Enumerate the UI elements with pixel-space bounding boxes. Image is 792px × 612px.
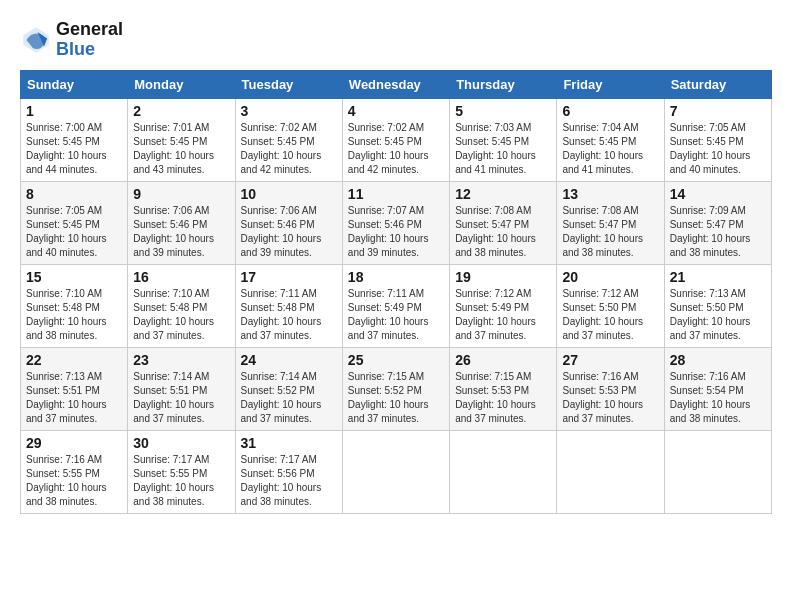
day-number: 25	[348, 352, 444, 368]
day-info: Sunrise: 7:10 AM Sunset: 5:48 PM Dayligh…	[26, 287, 122, 343]
day-info: Sunrise: 7:17 AM Sunset: 5:56 PM Dayligh…	[241, 453, 337, 509]
calendar-header-wednesday: Wednesday	[342, 70, 449, 98]
logo-icon	[20, 24, 52, 56]
calendar-week-1: 1Sunrise: 7:00 AM Sunset: 5:45 PM Daylig…	[21, 98, 772, 181]
calendar-table: SundayMondayTuesdayWednesdayThursdayFrid…	[20, 70, 772, 514]
calendar-header-thursday: Thursday	[450, 70, 557, 98]
calendar-cell	[342, 430, 449, 513]
day-number: 6	[562, 103, 658, 119]
day-info: Sunrise: 7:16 AM Sunset: 5:54 PM Dayligh…	[670, 370, 766, 426]
calendar-cell: 14Sunrise: 7:09 AM Sunset: 5:47 PM Dayli…	[664, 181, 771, 264]
day-info: Sunrise: 7:17 AM Sunset: 5:55 PM Dayligh…	[133, 453, 229, 509]
day-info: Sunrise: 7:12 AM Sunset: 5:49 PM Dayligh…	[455, 287, 551, 343]
calendar-cell: 26Sunrise: 7:15 AM Sunset: 5:53 PM Dayli…	[450, 347, 557, 430]
calendar-cell: 8Sunrise: 7:05 AM Sunset: 5:45 PM Daylig…	[21, 181, 128, 264]
calendar-cell: 21Sunrise: 7:13 AM Sunset: 5:50 PM Dayli…	[664, 264, 771, 347]
calendar-cell: 5Sunrise: 7:03 AM Sunset: 5:45 PM Daylig…	[450, 98, 557, 181]
day-number: 17	[241, 269, 337, 285]
calendar-week-2: 8Sunrise: 7:05 AM Sunset: 5:45 PM Daylig…	[21, 181, 772, 264]
day-number: 19	[455, 269, 551, 285]
day-info: Sunrise: 7:07 AM Sunset: 5:46 PM Dayligh…	[348, 204, 444, 260]
day-number: 5	[455, 103, 551, 119]
calendar-cell: 30Sunrise: 7:17 AM Sunset: 5:55 PM Dayli…	[128, 430, 235, 513]
day-number: 2	[133, 103, 229, 119]
day-info: Sunrise: 7:14 AM Sunset: 5:51 PM Dayligh…	[133, 370, 229, 426]
day-number: 11	[348, 186, 444, 202]
calendar-cell: 6Sunrise: 7:04 AM Sunset: 5:45 PM Daylig…	[557, 98, 664, 181]
day-number: 23	[133, 352, 229, 368]
calendar-header-row: SundayMondayTuesdayWednesdayThursdayFrid…	[21, 70, 772, 98]
day-number: 3	[241, 103, 337, 119]
day-info: Sunrise: 7:03 AM Sunset: 5:45 PM Dayligh…	[455, 121, 551, 177]
calendar-header-monday: Monday	[128, 70, 235, 98]
day-number: 1	[26, 103, 122, 119]
day-number: 20	[562, 269, 658, 285]
calendar-header-saturday: Saturday	[664, 70, 771, 98]
day-number: 16	[133, 269, 229, 285]
calendar-cell: 28Sunrise: 7:16 AM Sunset: 5:54 PM Dayli…	[664, 347, 771, 430]
calendar-cell: 31Sunrise: 7:17 AM Sunset: 5:56 PM Dayli…	[235, 430, 342, 513]
day-info: Sunrise: 7:15 AM Sunset: 5:53 PM Dayligh…	[455, 370, 551, 426]
calendar-cell: 11Sunrise: 7:07 AM Sunset: 5:46 PM Dayli…	[342, 181, 449, 264]
calendar-cell: 10Sunrise: 7:06 AM Sunset: 5:46 PM Dayli…	[235, 181, 342, 264]
day-number: 30	[133, 435, 229, 451]
day-info: Sunrise: 7:05 AM Sunset: 5:45 PM Dayligh…	[670, 121, 766, 177]
day-number: 18	[348, 269, 444, 285]
calendar-cell: 20Sunrise: 7:12 AM Sunset: 5:50 PM Dayli…	[557, 264, 664, 347]
day-number: 14	[670, 186, 766, 202]
day-info: Sunrise: 7:02 AM Sunset: 5:45 PM Dayligh…	[241, 121, 337, 177]
day-number: 21	[670, 269, 766, 285]
calendar-cell: 3Sunrise: 7:02 AM Sunset: 5:45 PM Daylig…	[235, 98, 342, 181]
day-number: 7	[670, 103, 766, 119]
day-number: 9	[133, 186, 229, 202]
calendar-cell: 13Sunrise: 7:08 AM Sunset: 5:47 PM Dayli…	[557, 181, 664, 264]
calendar-cell: 2Sunrise: 7:01 AM Sunset: 5:45 PM Daylig…	[128, 98, 235, 181]
calendar-cell	[664, 430, 771, 513]
calendar-cell: 1Sunrise: 7:00 AM Sunset: 5:45 PM Daylig…	[21, 98, 128, 181]
day-info: Sunrise: 7:15 AM Sunset: 5:52 PM Dayligh…	[348, 370, 444, 426]
day-number: 4	[348, 103, 444, 119]
day-info: Sunrise: 7:13 AM Sunset: 5:51 PM Dayligh…	[26, 370, 122, 426]
day-info: Sunrise: 7:05 AM Sunset: 5:45 PM Dayligh…	[26, 204, 122, 260]
day-info: Sunrise: 7:16 AM Sunset: 5:55 PM Dayligh…	[26, 453, 122, 509]
calendar-header-tuesday: Tuesday	[235, 70, 342, 98]
day-info: Sunrise: 7:14 AM Sunset: 5:52 PM Dayligh…	[241, 370, 337, 426]
day-info: Sunrise: 7:04 AM Sunset: 5:45 PM Dayligh…	[562, 121, 658, 177]
day-number: 12	[455, 186, 551, 202]
day-number: 26	[455, 352, 551, 368]
calendar-cell: 4Sunrise: 7:02 AM Sunset: 5:45 PM Daylig…	[342, 98, 449, 181]
calendar-cell: 27Sunrise: 7:16 AM Sunset: 5:53 PM Dayli…	[557, 347, 664, 430]
logo-text: General Blue	[56, 20, 123, 60]
day-info: Sunrise: 7:10 AM Sunset: 5:48 PM Dayligh…	[133, 287, 229, 343]
page-header: General Blue	[20, 20, 772, 60]
day-info: Sunrise: 7:06 AM Sunset: 5:46 PM Dayligh…	[133, 204, 229, 260]
calendar-header-sunday: Sunday	[21, 70, 128, 98]
calendar-header-friday: Friday	[557, 70, 664, 98]
day-number: 8	[26, 186, 122, 202]
calendar-cell: 9Sunrise: 7:06 AM Sunset: 5:46 PM Daylig…	[128, 181, 235, 264]
calendar-week-4: 22Sunrise: 7:13 AM Sunset: 5:51 PM Dayli…	[21, 347, 772, 430]
day-number: 15	[26, 269, 122, 285]
calendar-cell: 24Sunrise: 7:14 AM Sunset: 5:52 PM Dayli…	[235, 347, 342, 430]
day-info: Sunrise: 7:08 AM Sunset: 5:47 PM Dayligh…	[562, 204, 658, 260]
day-info: Sunrise: 7:16 AM Sunset: 5:53 PM Dayligh…	[562, 370, 658, 426]
day-info: Sunrise: 7:13 AM Sunset: 5:50 PM Dayligh…	[670, 287, 766, 343]
day-info: Sunrise: 7:12 AM Sunset: 5:50 PM Dayligh…	[562, 287, 658, 343]
day-number: 28	[670, 352, 766, 368]
day-info: Sunrise: 7:09 AM Sunset: 5:47 PM Dayligh…	[670, 204, 766, 260]
calendar-cell: 16Sunrise: 7:10 AM Sunset: 5:48 PM Dayli…	[128, 264, 235, 347]
day-number: 31	[241, 435, 337, 451]
day-number: 29	[26, 435, 122, 451]
calendar-cell: 18Sunrise: 7:11 AM Sunset: 5:49 PM Dayli…	[342, 264, 449, 347]
calendar-cell: 29Sunrise: 7:16 AM Sunset: 5:55 PM Dayli…	[21, 430, 128, 513]
day-info: Sunrise: 7:11 AM Sunset: 5:48 PM Dayligh…	[241, 287, 337, 343]
calendar-cell: 22Sunrise: 7:13 AM Sunset: 5:51 PM Dayli…	[21, 347, 128, 430]
calendar-cell: 15Sunrise: 7:10 AM Sunset: 5:48 PM Dayli…	[21, 264, 128, 347]
calendar-cell: 19Sunrise: 7:12 AM Sunset: 5:49 PM Dayli…	[450, 264, 557, 347]
calendar-week-5: 29Sunrise: 7:16 AM Sunset: 5:55 PM Dayli…	[21, 430, 772, 513]
logo: General Blue	[20, 20, 123, 60]
day-number: 22	[26, 352, 122, 368]
day-number: 27	[562, 352, 658, 368]
day-info: Sunrise: 7:01 AM Sunset: 5:45 PM Dayligh…	[133, 121, 229, 177]
day-number: 10	[241, 186, 337, 202]
